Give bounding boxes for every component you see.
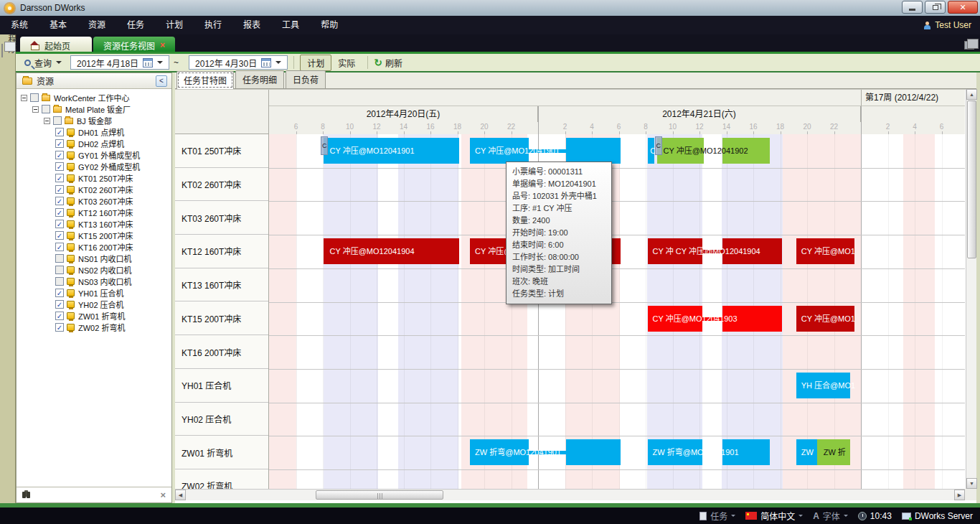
tree-item-GY02[interactable]: ✓GY02 外桶成型机 bbox=[17, 161, 171, 172]
menu-item-报表[interactable]: 报表 bbox=[232, 16, 271, 34]
vertical-scroll-thumb[interactable] bbox=[967, 100, 976, 258]
tree-checkbox[interactable]: ✓ bbox=[55, 151, 64, 159]
scroll-right-icon[interactable]: ▶ bbox=[954, 490, 965, 500]
tree-item-KT01[interactable]: ✓KT01 250T冲床 bbox=[17, 172, 171, 184]
tree-checkbox[interactable] bbox=[55, 266, 64, 274]
refresh-button[interactable]: ↻ 刷新 bbox=[374, 57, 402, 69]
status-item-flag[interactable]: 简体中文 bbox=[745, 510, 803, 522]
calendar-icon[interactable] bbox=[261, 58, 271, 67]
calendar-icon[interactable] bbox=[143, 58, 153, 67]
tree-checkbox[interactable]: ✓ bbox=[55, 220, 64, 228]
gantt-corner-cell bbox=[175, 90, 269, 134]
tree-item-ZW01[interactable]: ✓ZW01 折弯机 bbox=[17, 310, 171, 322]
current-user[interactable]: Test User bbox=[923, 16, 971, 34]
tree-item-WorkCenter[interactable]: WorkCenter 工作中心 bbox=[17, 92, 171, 103]
tree-item-KT02[interactable]: ✓KT02 260T冲床 bbox=[17, 184, 171, 195]
tree-checkbox[interactable]: ✓ bbox=[55, 197, 64, 205]
tree-checkbox[interactable] bbox=[30, 93, 39, 102]
find-icon[interactable] bbox=[22, 492, 26, 498]
menu-item-任务[interactable]: 任务 bbox=[116, 16, 155, 34]
minimize-button[interactable] bbox=[902, 1, 923, 14]
task-bar[interactable] bbox=[566, 439, 621, 465]
tree-item-ZW02[interactable]: ✓ZW02 折弯机 bbox=[17, 322, 171, 333]
task-bar[interactable] bbox=[566, 138, 621, 164]
tree-item-KT16[interactable]: ✓KT16 200T冲床 bbox=[17, 241, 171, 253]
tree-item-KT15[interactable]: ✓KT15 200T冲床 bbox=[17, 230, 171, 241]
grid-line-horizontal bbox=[269, 403, 965, 403]
menu-item-基本[interactable]: 基本 bbox=[39, 16, 77, 34]
tree-item-label: WorkCenter 工作中心 bbox=[54, 92, 130, 103]
tree-checkbox[interactable]: ✓ bbox=[55, 243, 64, 251]
tree-item-KT12[interactable]: ✓KT12 160T冲床 bbox=[17, 207, 171, 218]
date-to-field[interactable]: 2012年 4月30日 bbox=[189, 55, 288, 70]
tree-checkbox[interactable]: ✓ bbox=[55, 174, 64, 182]
query-dropdown-icon[interactable] bbox=[56, 61, 62, 67]
status-item-clock[interactable]: 10:43 bbox=[858, 511, 892, 521]
document-tab-strip: 起始页资源任务视图× bbox=[0, 34, 980, 54]
tree-checkbox[interactable] bbox=[55, 277, 64, 286]
actual-button[interactable]: 实际 bbox=[331, 55, 362, 70]
tree-checkbox[interactable]: ✓ bbox=[55, 162, 64, 171]
task-chip[interactable]: C bbox=[655, 136, 662, 155]
view-tab-日负荷[interactable]: 日负荷 bbox=[286, 70, 326, 88]
tree-checkbox[interactable] bbox=[42, 105, 50, 113]
scroll-up-icon[interactable]: ▲ bbox=[966, 89, 977, 100]
tree-checkbox[interactable]: ✓ bbox=[55, 323, 64, 332]
window-list-icon[interactable] bbox=[964, 41, 974, 50]
scroll-down-icon[interactable]: ▼ bbox=[966, 478, 977, 489]
tree-expander-icon[interactable] bbox=[21, 95, 27, 101]
menu-item-资源[interactable]: 资源 bbox=[77, 16, 116, 34]
scroll-left-icon[interactable]: ◀ bbox=[175, 490, 186, 500]
tree-item-NS01[interactable]: NS01 内收口机 bbox=[17, 253, 171, 264]
horizontal-scroll-thumb[interactable] bbox=[316, 490, 443, 500]
tree-checkbox[interactable]: ✓ bbox=[55, 139, 64, 148]
machine-icon bbox=[67, 255, 75, 262]
tree-expander-icon[interactable] bbox=[44, 118, 50, 124]
tab-close-icon[interactable]: × bbox=[160, 40, 165, 50]
tree-item-KT03[interactable]: ✓KT03 260T冲床 bbox=[17, 195, 171, 207]
menu-item-执行[interactable]: 执行 bbox=[194, 16, 232, 34]
tree-item-NS03[interactable]: NS03 内收口机 bbox=[17, 276, 171, 287]
tree-checkbox[interactable]: ✓ bbox=[55, 312, 64, 320]
date-from-field[interactable]: 2012年 4月18日 bbox=[70, 55, 169, 70]
close-button[interactable]: ✕ bbox=[948, 1, 978, 14]
tree-item-DH02[interactable]: ✓DH02 点焊机 bbox=[17, 138, 171, 149]
find-close-icon[interactable]: × bbox=[160, 490, 166, 500]
menu-item-工具[interactable]: 工具 bbox=[271, 16, 310, 34]
tree-checkbox[interactable]: ✓ bbox=[55, 208, 64, 217]
status-item-tasks[interactable]: 任务 bbox=[699, 510, 735, 522]
tree-checkbox[interactable]: ✓ bbox=[55, 231, 64, 240]
tree-checkbox[interactable]: ✓ bbox=[55, 185, 64, 194]
restore-button[interactable] bbox=[925, 1, 946, 14]
menu-item-计划[interactable]: 计划 bbox=[155, 16, 194, 34]
view-tab-任务明细[interactable]: 任务明细 bbox=[235, 70, 284, 88]
tree-checkbox[interactable] bbox=[55, 254, 64, 263]
tree-item-DH01[interactable]: ✓DH01 点焊机 bbox=[17, 126, 171, 138]
tree-checkbox[interactable]: ✓ bbox=[55, 289, 64, 297]
tree-checkbox[interactable]: ✓ bbox=[55, 300, 64, 309]
view-tab-任务甘特图[interactable]: 任务甘特图 bbox=[176, 71, 234, 89]
task-chip[interactable]: C bbox=[321, 136, 328, 155]
query-button[interactable]: 查询 bbox=[34, 57, 52, 69]
tree-checkbox[interactable] bbox=[53, 116, 62, 125]
vertical-scrollbar[interactable]: ▲ ▼ bbox=[966, 89, 976, 489]
date-to-dropdown-icon[interactable] bbox=[275, 61, 281, 67]
tree-item-Metal[interactable]: Metal Plate 钣金厂 bbox=[17, 103, 171, 115]
status-item-server[interactable]: DWorks Server bbox=[902, 511, 973, 521]
tree-item-GY01[interactable]: ✓GY01 外桶成型机 bbox=[17, 149, 171, 161]
status-item-font[interactable]: A字体 bbox=[813, 510, 848, 522]
tree-item-NS02[interactable]: NS02 内收口机 bbox=[17, 264, 171, 276]
plan-button[interactable]: 计划 bbox=[300, 55, 331, 71]
menu-item-系统[interactable]: 系统 bbox=[0, 16, 39, 34]
tree-expander-icon[interactable] bbox=[32, 106, 39, 113]
tree-checkbox[interactable]: ✓ bbox=[55, 128, 64, 136]
collapse-panel-button[interactable]: < bbox=[156, 75, 167, 87]
menu-item-帮助[interactable]: 帮助 bbox=[310, 16, 349, 34]
tree-item-YH01[interactable]: ✓YH01 压合机 bbox=[17, 287, 171, 299]
horizontal-scrollbar[interactable]: ◀ ▶ bbox=[175, 489, 965, 500]
tree-item-BJ[interactable]: BJ 钣金部 bbox=[17, 115, 171, 126]
program-panel-icon[interactable] bbox=[1, 44, 3, 57]
tree-item-KT13[interactable]: ✓KT13 160T冲床 bbox=[17, 218, 171, 230]
tree-item-YH02[interactable]: ✓YH02 压合机 bbox=[17, 299, 171, 310]
date-from-dropdown-icon[interactable] bbox=[157, 61, 163, 67]
